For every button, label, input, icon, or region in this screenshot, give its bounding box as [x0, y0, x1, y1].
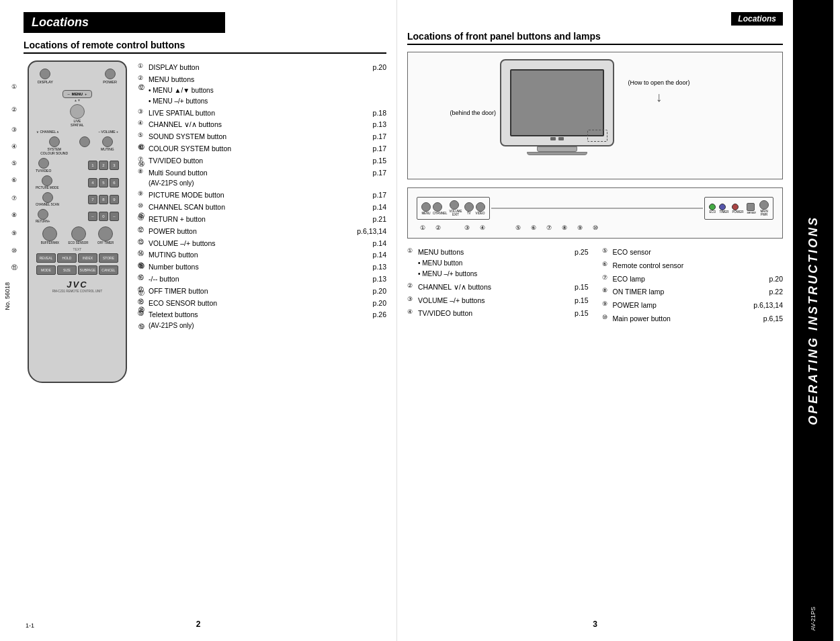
list-item: ④ CHANNEL ∨/∧ buttons p.13 — [138, 119, 386, 130]
front-panel-list-left: ① MENU buttons p.25 • MENU button • MENU… — [407, 247, 589, 327]
list-item: ⑭ MUTING button p.14 — [138, 249, 386, 261]
left-subsection-title: Locations of remote control buttons — [24, 40, 386, 54]
list-item: ⑬ VOLUME –/+ buttons p.14 — [138, 238, 386, 249]
panel-buttons-diagram: MENU CHANNEL VOLUMEEXIT TV VIDEO — [407, 187, 783, 239]
list-item: ⑰ OFF TIMER button p.20 — [138, 286, 386, 297]
left-page-number: 2 — [196, 619, 201, 629]
no-label: No. 56018 — [4, 282, 11, 310]
left-section-header: Locations — [24, 12, 225, 33]
list-item: ③ LIVE SPATIAL button p.18 — [138, 108, 386, 119]
list-item: ⑪ RETURN + button p.21 — [138, 214, 386, 225]
model-number: AV-21PS — [810, 607, 816, 631]
tv-front-diagram: (behind the door) (How to open the door)… — [407, 52, 783, 179]
list-item: ⑦ TV/VIDEO button p.15 — [138, 155, 386, 167]
list-item: ⑮ Number buttons p.13 — [138, 261, 386, 273]
list-item: ⑥ COLOUR SYSTEM button p.17 — [138, 143, 386, 155]
list-item: ⑲ Teletext buttons p.26 (AV-21PS only) — [138, 309, 386, 331]
sidebar-title: OPERATING INSTRUCTIONS — [806, 216, 821, 425]
list-item: ⑩ CHANNEL SCAN button p.14 — [138, 202, 386, 213]
front-panel-list-right: ⑤ ECO sensor ⑥ Remote control sensor ⑦ E… — [602, 247, 784, 327]
list-item: ⑧ Multi Sound button p.17 (AV-21PS only) — [138, 167, 386, 189]
right-subsection-title: Locations of front panel buttons and lam… — [407, 31, 783, 45]
door-open-label: (How to open the door) — [628, 79, 689, 86]
list-item: ⑤ SOUND SYSTEM button p.17 — [138, 131, 386, 142]
list-item: ⑱ ECO SENSOR button p.20 — [138, 298, 386, 309]
list-item: ① DISPLAY button p.20 — [138, 62, 386, 73]
remote-control-diagram: DISPLAY POWER – MENU + ▲▼ — [24, 60, 131, 383]
right-page-number: 3 — [593, 619, 597, 629]
list-item: ② MENU buttons • MENU ▲/▼ buttons • MENU… — [138, 74, 386, 107]
list-item: ⑯ -/-- button p.13 — [138, 273, 386, 285]
list-item: ⑫ POWER button p.6,13,14 — [138, 226, 386, 237]
list-item: ⑨ PICTURE MODE button p.17 — [138, 189, 386, 201]
right-section-header: Locations — [731, 12, 783, 26]
button-list: ① DISPLAY button p.20 ② MENU buttons • M… — [138, 60, 386, 332]
doc-num: 1-1 — [26, 622, 34, 629]
